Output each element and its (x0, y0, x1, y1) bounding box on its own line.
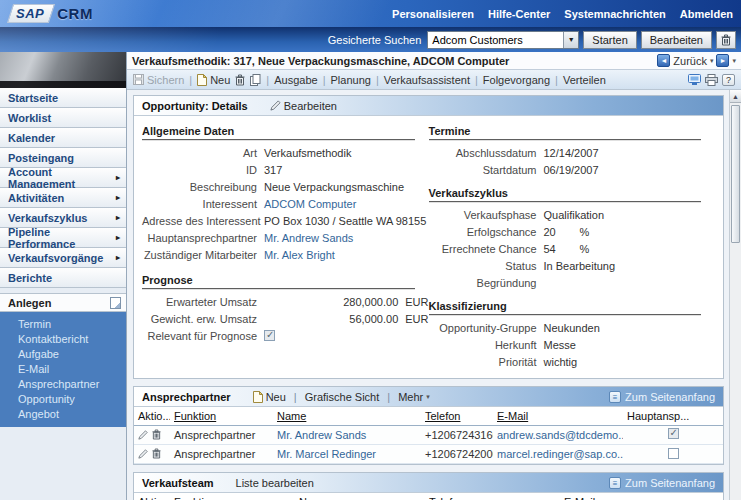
main-contact-checkbox[interactable] (668, 428, 679, 439)
submenu-arrow-icon: ▸ (116, 173, 120, 182)
delete-row-icon[interactable] (152, 448, 161, 459)
new-label: Neu (210, 74, 230, 86)
sidebar-item-label: Berichte (8, 272, 52, 284)
vertical-scrollbar[interactable]: ▲ (729, 90, 741, 500)
forecast-relevant-checkbox[interactable] (264, 330, 275, 341)
sidebar-item-berichte[interactable]: Berichte (0, 268, 126, 288)
back-dropdown-icon[interactable]: ▾ (710, 57, 714, 65)
sidebar-item-startseite[interactable]: Startseite (0, 88, 126, 108)
currency-unit: EUR (405, 313, 428, 325)
collapse-panel-icon[interactable] (110, 297, 121, 309)
contact-email-link[interactable]: marcel.redinger@sap.co... (497, 448, 623, 460)
start-search-button[interactable]: Starten (583, 31, 636, 49)
print-icon[interactable] (705, 74, 718, 86)
edit-row-icon[interactable] (138, 430, 148, 440)
sidebar-item-aktivitaeten[interactable]: Aktivitäten▸ (0, 188, 126, 208)
column-funktion[interactable]: Funktion (170, 407, 273, 425)
sidebar-item-worklist[interactable]: Worklist (0, 108, 126, 128)
back-label[interactable]: Zurück (673, 55, 707, 67)
column-name[interactable]: Name (273, 407, 421, 425)
sidebar-item-pipeline-performance[interactable]: Pipeline Performance▸ (0, 228, 126, 248)
link-abmelden[interactable]: Abmelden (680, 8, 733, 20)
create-item-opportunity[interactable]: Opportunity (0, 391, 126, 406)
save-icon (133, 74, 144, 85)
saved-search-select[interactable]: Adcom Customers ▼ (427, 31, 579, 49)
create-item-aufgabe[interactable]: Aufgabe (0, 346, 126, 361)
create-item-ansprechpartner[interactable]: Ansprechpartner (0, 376, 126, 391)
create-item-email[interactable]: E-Mail (0, 361, 126, 376)
cell-funktion: Ansprechpartner (170, 425, 273, 445)
verkaufsassistent-button[interactable]: Verkaufsassistent (384, 74, 470, 86)
submenu-arrow-icon: ▸ (116, 193, 120, 202)
field-value: 54 (544, 243, 580, 255)
content-area: Verkaufsmethodik: 317, Neue Verpackungsm… (127, 52, 741, 500)
edit-search-button[interactable]: Bearbeiten (641, 31, 712, 49)
contacts-new-button[interactable]: Neu (253, 391, 286, 403)
column-funktion[interactable]: Funktion (170, 493, 295, 500)
main-contact-link[interactable]: Mr. Andrew Sands (264, 232, 353, 244)
top-links: Personalisieren Hilfe-Center Systemnachr… (392, 8, 733, 20)
field-value: 06/19/2007 (544, 164, 599, 176)
team-top-link[interactable]: ≡ Zum Seitenanfang (609, 477, 715, 489)
forward-icon[interactable]: ► (716, 54, 729, 67)
prospect-link[interactable]: ADCOM Computer (264, 198, 356, 210)
scrollbar-thumb[interactable] (731, 105, 740, 243)
back-icon[interactable]: ◄ (657, 54, 670, 67)
delete-row-icon[interactable] (152, 429, 161, 440)
details-left-column: Allgemeine Daten ArtVerkaufsmethodik ID3… (142, 122, 429, 370)
field-value: 56,000.00 (264, 313, 398, 325)
select-dropdown-button[interactable]: ▼ (563, 32, 578, 48)
copy-icon[interactable] (250, 74, 261, 86)
contacts-top-link[interactable]: ≡ Zum Seitenanfang (609, 391, 715, 403)
monitor-icon[interactable] (688, 74, 701, 86)
employee-link[interactable]: Mr. Alex Bright (264, 249, 335, 261)
save-button[interactable]: Sichern (133, 74, 184, 86)
percent-unit: % (580, 226, 590, 238)
create-item-termin[interactable]: Termin (0, 316, 126, 331)
scroll-up-icon[interactable]: ▲ (730, 90, 741, 103)
team-panel-header: Verkaufsteam Liste bearbeiten ≡ Zum Seit… (134, 473, 723, 493)
field-label: Relevant für Prognose (142, 330, 257, 342)
sidebar-item-kalender[interactable]: Kalender (0, 128, 126, 148)
field-value: 317 (264, 164, 282, 176)
column-telefon[interactable]: Telefon (421, 407, 493, 425)
column-aktionen: Aktio... (134, 407, 170, 425)
toolbar-separator: | (323, 74, 326, 86)
contact-email-link[interactable]: andrew.sands@tdcdemo... (497, 429, 623, 441)
section-title-dates: Termine (429, 122, 702, 140)
create-item-kontaktbericht[interactable]: Kontaktbericht (0, 331, 126, 346)
link-systemnachrichten[interactable]: Systemnachrichten (564, 8, 665, 20)
forward-dropdown-icon[interactable]: ▾ (732, 57, 736, 65)
sidebar-item-label: Account Management (8, 166, 116, 190)
verteilen-button[interactable]: Verteilen (563, 74, 606, 86)
help-icon[interactable]: ? (722, 74, 735, 86)
contact-name-link[interactable]: Mr. Andrew Sands (277, 429, 366, 441)
folgevorgang-button[interactable]: Folgevorgang (483, 74, 550, 86)
edit-row-icon[interactable] (138, 449, 148, 459)
ausgabe-button[interactable]: Ausgabe (274, 74, 317, 86)
main-contact-checkbox[interactable] (668, 448, 679, 459)
sidebar-item-verkaufsvorgaenge[interactable]: Verkaufsvorgänge▸ (0, 248, 126, 268)
graphic-view-button[interactable]: Grafische Sicht (305, 391, 380, 403)
contact-name-link[interactable]: Mr. Marcel Redinger (277, 448, 376, 460)
details-right-column: Termine Abschlussdatum12/14/2007 Startda… (429, 122, 716, 370)
new-button[interactable]: Neu (197, 74, 230, 86)
sidebar-item-account-management[interactable]: Account Management▸ (0, 168, 126, 188)
submenu-arrow-icon: ▸ (116, 233, 120, 242)
create-item-angebot[interactable]: Angebot (0, 406, 126, 421)
field-label: ID (142, 164, 257, 176)
delete-search-button[interactable] (716, 31, 736, 49)
page-title-bar: Verkaufsmethodik: 317, Neue Verpackungsm… (127, 52, 741, 70)
more-button[interactable]: Mehr ▾ (398, 391, 430, 403)
scroll-area: Opportunity: Details Bearbeiten Allgemei… (127, 90, 741, 500)
column-email[interactable]: E-Mail (493, 407, 623, 425)
link-hilfe-center[interactable]: Hilfe-Center (488, 8, 550, 20)
link-personalisieren[interactable]: Personalisieren (392, 8, 474, 20)
edit-list-button[interactable]: Liste bearbeiten (236, 477, 314, 489)
edit-details-button[interactable]: Bearbeiten (270, 100, 337, 112)
column-name[interactable]: Name (295, 493, 425, 500)
sidebar-item-label: Kalender (8, 132, 55, 144)
planung-button[interactable]: Planung (331, 74, 371, 86)
delete-icon[interactable] (235, 74, 245, 86)
field-label: Priorität (429, 356, 537, 368)
